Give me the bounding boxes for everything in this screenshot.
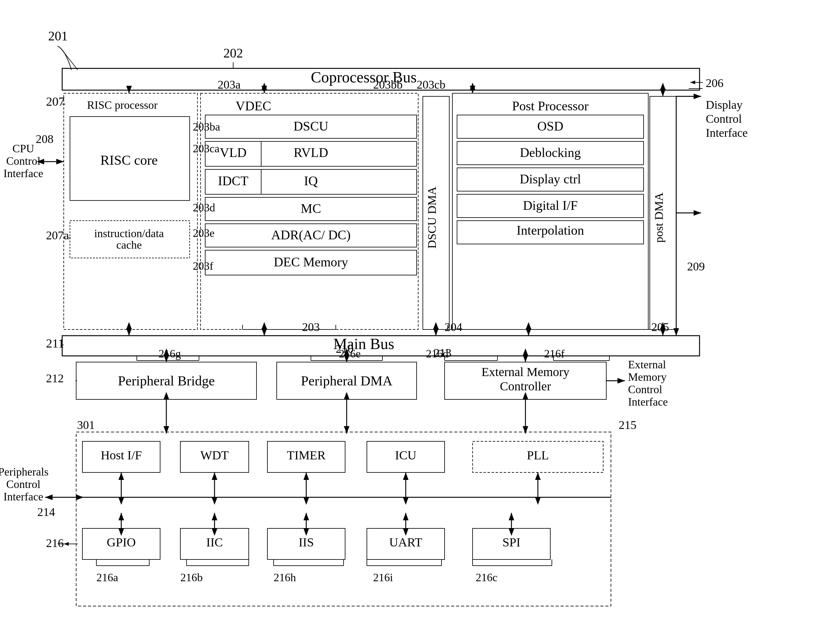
dec-memory-label: DEC Memory: [273, 255, 348, 269]
adr-label: ADR(AC/ DC): [271, 228, 351, 242]
ext-mem-iface-label1: External: [628, 358, 666, 371]
ref-207a: 207a: [46, 229, 69, 242]
ext-mem-ctrl-label1: External Memory: [481, 365, 569, 379]
ref-206: 206: [706, 77, 723, 89]
ext-mem-iface-label4: Interface: [628, 396, 668, 408]
pll-label: PLL: [527, 448, 549, 462]
diagram-container: Coprocessor Bus 202 201 Main Bus 211 RIS…: [0, 0, 818, 644]
ref-203e: 203e: [193, 227, 215, 239]
ref-204: 204: [445, 320, 462, 333]
ref-216e: 216e: [339, 348, 361, 360]
dscu-dma-label: DSCU DMA: [425, 187, 438, 248]
ref-203cb: 203cb: [417, 78, 445, 91]
mc-label: MC: [301, 201, 321, 216]
ref-216g: 216g: [158, 348, 181, 360]
post-dma-label: post DMA: [652, 192, 665, 243]
cpu-ctrl-label2: Control: [6, 155, 40, 167]
post-processor-label: Post Processor: [512, 99, 589, 113]
vld-label: VLD: [220, 146, 247, 160]
ref-215: 215: [619, 419, 637, 431]
iq-label: IQ: [304, 174, 318, 188]
ref-209: 209: [687, 260, 705, 273]
ref-216b: 216b: [180, 571, 203, 584]
ref-214: 214: [37, 505, 55, 518]
cache-label2: cache: [116, 239, 142, 251]
host-if-label: Host I/F: [101, 448, 142, 462]
cpu-ctrl-label3: Interface: [3, 167, 43, 179]
ref-207: 207: [46, 95, 64, 109]
digital-if-label: Digital I/F: [523, 198, 578, 213]
ref-203ca: 203ca: [193, 143, 219, 155]
spi-label: SPI: [502, 535, 520, 549]
interpolation-label: Interpolation: [517, 223, 584, 238]
ref-216: 216: [46, 537, 64, 549]
osd-label: OSD: [537, 119, 563, 133]
iic-label: IIC: [206, 535, 223, 549]
cache-label1: instruction/data: [94, 227, 164, 240]
ref-201: 201: [48, 29, 68, 43]
risc-processor-label: RISC processor: [87, 99, 158, 111]
ref-205: 205: [651, 320, 669, 333]
ref-216a: 216a: [97, 571, 118, 584]
ext-mem-iface-label3: Control: [628, 383, 662, 396]
ref-203bb: 203bb: [373, 78, 403, 91]
wdt-label: WDT: [200, 448, 229, 462]
ref-216d: 216d: [426, 348, 448, 360]
ref-216h: 216h: [273, 571, 296, 584]
vdec-label: VDEC: [236, 99, 271, 113]
ext-mem-ctrl-label2: Controller: [500, 379, 551, 393]
display-ctrl-label: Display ctrl: [520, 172, 581, 186]
peripheral-dma-label: Peripheral DMA: [301, 373, 393, 388]
display-ctrl-iface-label2: Control: [706, 112, 742, 125]
ref-216f: 216f: [544, 348, 565, 360]
ref-212: 212: [46, 372, 64, 385]
ref-216i: 216i: [373, 571, 393, 584]
ref-203d: 203d: [193, 201, 215, 214]
ref-208: 208: [36, 132, 54, 146]
cpu-ctrl-label1: CPU: [12, 143, 34, 155]
ref-202: 202: [224, 46, 243, 60]
ref-203f: 203f: [193, 260, 213, 272]
peripheral-bridge-label: Peripheral Bridge: [118, 373, 215, 388]
ref-203: 203: [302, 320, 320, 333]
rvld-label: RVLD: [294, 146, 328, 160]
ref-203a: 203a: [218, 78, 241, 91]
dscu-label: DSCU: [293, 119, 328, 133]
ref-211: 211: [46, 336, 64, 350]
uart-label: UART: [389, 535, 422, 549]
ext-mem-iface-label2: Memory: [628, 371, 667, 383]
iis-label: IIS: [299, 535, 314, 549]
icu-label: ICU: [395, 448, 417, 462]
periph-ctrl-label1: Peripherals: [0, 466, 49, 478]
display-ctrl-iface-label3: Interface: [706, 126, 748, 139]
gpio-label: GPIO: [107, 535, 135, 549]
ref-301: 301: [77, 419, 95, 431]
ref-216c: 216c: [476, 571, 497, 584]
display-ctrl-iface-label1: Display: [706, 98, 743, 111]
periph-ctrl-label3: Interface: [3, 491, 43, 503]
timer-label: TIMER: [287, 448, 326, 462]
ref-203ba: 203ba: [193, 121, 220, 133]
risc-core-label: RISC core: [100, 153, 158, 168]
deblocking-label: Deblocking: [520, 146, 581, 160]
idct-label: IDCT: [218, 174, 249, 188]
periph-ctrl-label2: Control: [6, 478, 40, 491]
